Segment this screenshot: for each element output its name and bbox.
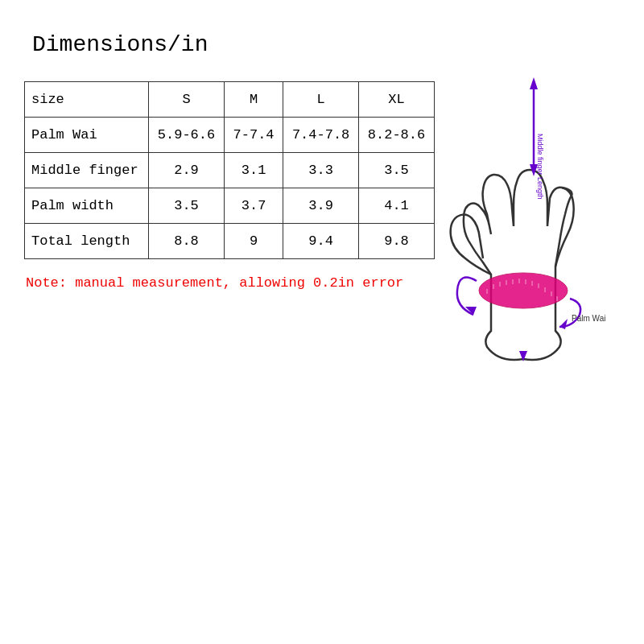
table-cell: 8.8 (149, 224, 225, 259)
table-cell: 9.8 (359, 224, 435, 259)
diagram-section: Middle finger Length (443, 65, 620, 363)
table-cell: 3.3 (283, 153, 359, 188)
note-text: Note: manual measurement, allowing 0.2in… (26, 275, 443, 291)
table-cell: 2.9 (149, 153, 225, 188)
table-cell: 7-7.4 (224, 118, 283, 153)
table-cell: 3.5 (149, 188, 225, 224)
table-cell: 4.1 (359, 188, 435, 224)
table-row: Middle finger2.93.13.33.5 (25, 153, 435, 188)
page: Dimensions/in sizeSMLXLPalm Wai5.9-6.67-… (0, 0, 644, 644)
main-content: sizeSMLXLPalm Wai5.9-6.67-7.47.4-7.88.2-… (24, 81, 620, 620)
table-header: S (149, 82, 225, 118)
table-header: L (283, 82, 359, 118)
svg-text:Middle finger Length: Middle finger Length (536, 134, 544, 200)
table-section: sizeSMLXLPalm Wai5.9-6.67-7.47.4-7.88.2-… (24, 81, 443, 291)
table-header: size (25, 82, 149, 118)
svg-marker-1 (530, 77, 538, 89)
svg-point-4 (479, 273, 568, 308)
table-cell: 3.7 (224, 188, 283, 224)
table-cell: Middle finger (25, 153, 149, 188)
table-cell: 7.4-7.8 (283, 118, 359, 153)
table-header: M (224, 82, 283, 118)
table-row: Palm Wai5.9-6.67-7.47.4-7.88.2-8.6 (25, 118, 435, 153)
svg-text:Palm Wai: Palm Wai (572, 314, 605, 323)
table-cell: 3.9 (283, 188, 359, 224)
table-row: Palm width3.53.73.94.1 (25, 188, 435, 224)
table-cell: Palm Wai (25, 118, 149, 153)
table-cell: 9 (224, 224, 283, 259)
table-cell: Palm width (25, 188, 149, 224)
table-cell: 5.9-6.6 (149, 118, 225, 153)
table-cell: 3.1 (224, 153, 283, 188)
table-cell: 8.2-8.6 (359, 118, 435, 153)
dimensions-table: sizeSMLXLPalm Wai5.9-6.67-7.47.4-7.88.2-… (24, 81, 435, 259)
table-cell: Total length (25, 224, 149, 259)
table-cell: 9.4 (283, 224, 359, 259)
table-cell: 3.5 (359, 153, 435, 188)
page-title: Dimensions/in (32, 32, 620, 57)
hand-diagram: Middle finger Length (443, 65, 620, 363)
table-row: Total length8.899.49.8 (25, 224, 435, 259)
table-header: XL (359, 82, 435, 118)
